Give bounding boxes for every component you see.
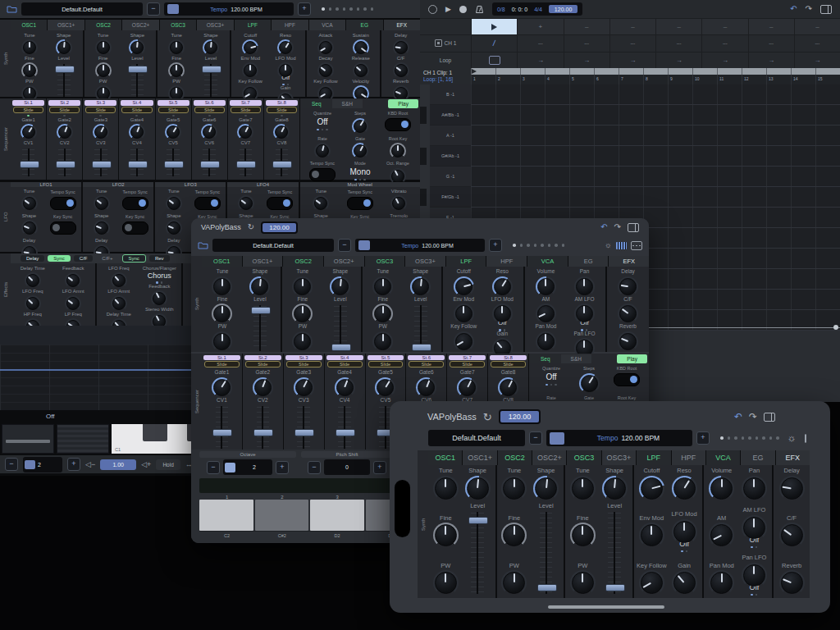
tab-hpf[interactable]: HPF [672,450,705,465]
slider-thumb[interactable] [202,66,221,73]
fx-tab-c-f[interactable]: C/F [74,255,94,262]
knob-control[interactable] [57,124,73,140]
knob-control[interactable] [709,570,734,596]
metronome-icon[interactable] [475,5,484,14]
slide-button[interactable]: Slide [286,361,322,368]
black-key[interactable] [143,424,167,441]
knob-control[interactable] [212,377,232,398]
slider-thumb[interactable] [537,584,557,591]
knob-control[interactable] [410,276,431,297]
tab-osc1[interactable]: OSC1 [202,256,242,267]
knob-control[interactable] [21,39,38,56]
knob-control[interactable] [21,62,38,79]
slide-button[interactable]: Slide [409,361,444,368]
knob-control[interactable] [433,570,459,596]
knob-control[interactable] [212,331,232,352]
tab-eg[interactable]: EG [741,450,774,465]
step-button-8[interactable]: St.8 [490,355,527,360]
quantize-value[interactable]: Off [317,118,327,126]
knob-control[interactable] [457,377,477,398]
knob-control[interactable] [166,195,182,212]
tab-osc3[interactable]: OSC3 [160,20,196,30]
tab-osc2+[interactable]: OSC2+ [324,256,364,267]
knob-control[interactable] [574,276,595,297]
knob-control[interactable] [393,39,409,56]
step-button-6[interactable]: St.6 [194,100,226,106]
slide-button[interactable]: Slide [194,107,225,113]
fx-tab-delay[interactable]: Delay [21,255,44,262]
cv-slider[interactable] [54,147,75,178]
scene-cell-arrow[interactable]: → [564,52,609,68]
transpose-down-icon[interactable]: ◁− [85,460,95,468]
mode-value[interactable]: Mono [349,168,370,176]
tempo-slider-thumb[interactable] [167,4,179,14]
knob-control[interactable] [93,124,109,140]
redo-icon[interactable]: ↷ [614,223,621,231]
knob-control[interactable] [533,476,559,501]
pad-c2[interactable] [199,500,253,531]
pitch-wheel[interactable] [2,424,54,454]
step-button-3[interactable]: St.3 [285,355,322,360]
roll-grid[interactable] [471,105,840,126]
roll-row[interactable]: A#/Bb -1 [420,105,840,126]
scene-cell-dash[interactable]: – [564,19,609,34]
knob-control[interactable] [393,62,409,79]
slide-button[interactable]: Slide [245,361,281,368]
knob-control[interactable] [465,476,491,501]
slide-button[interactable]: Slide [327,361,363,368]
slider-thumb[interactable] [336,429,355,436]
tempo-sync-toggle[interactable] [347,197,373,210]
knob-control[interactable] [330,276,350,297]
octave-display[interactable]: 2 [23,457,62,472]
knob-control[interactable] [21,220,38,236]
step-button-2[interactable]: St.2 [48,100,80,106]
knob-control[interactable] [618,331,638,352]
tempo-slider-thumb[interactable] [550,432,564,445]
tab-efx[interactable]: EFX [776,450,810,465]
knob-control[interactable] [317,62,334,79]
key-sync-toggle[interactable] [50,221,76,235]
knob-control[interactable] [618,276,638,297]
side-handle[interactable] [395,480,410,537]
cv-slider[interactable] [235,147,256,178]
pitch-up-button[interactable]: + [373,461,386,474]
tab-osc3+[interactable]: OSC3+ [602,450,636,465]
fx-tab-rev[interactable]: Rev [149,255,170,262]
level-slider[interactable] [200,62,221,100]
octave-down-button[interactable]: − [207,461,220,474]
step-button-5[interactable]: St.5 [158,100,189,106]
knob-control[interactable] [390,195,407,212]
knob-control[interactable] [501,523,527,548]
knob-control[interactable] [372,304,393,324]
scene-cell-loop[interactable] [472,52,517,68]
level-slider[interactable] [330,304,351,353]
tab-osc3+[interactable]: OSC3+ [405,256,445,267]
knob-control[interactable] [570,570,596,596]
knob-control[interactable] [111,272,127,289]
step-button-2[interactable]: St.2 [244,355,281,360]
hold-button[interactable]: Hold [156,459,180,470]
slider-thumb[interactable] [56,161,75,168]
fx-tab-c-f-[interactable]: C/F+ [96,255,118,262]
home-indicator[interactable] [548,605,664,609]
knob-control[interactable] [779,523,805,548]
slider-thumb[interactable] [331,344,351,351]
knob-control[interactable] [709,523,734,548]
knob-control[interactable] [501,570,527,596]
knob-control[interactable] [742,563,767,588]
knob-control[interactable] [166,220,182,236]
cv-slider[interactable] [90,147,112,178]
knob-control[interactable] [498,377,518,398]
tab-osc3+[interactable]: OSC3+ [197,20,233,30]
tab-lpf[interactable]: LPF [637,450,670,465]
scrollbar-handle[interactable] [833,325,838,330]
step-button-1[interactable]: St.1 [203,355,240,360]
slide-button[interactable]: Slide [491,361,526,368]
roll-grid[interactable] [471,167,840,187]
scene-cell-arrow[interactable]: → [795,52,840,68]
knob-control[interactable] [25,295,41,312]
chorus-flanger-selector[interactable]: Chorus/FlangerChorus [143,266,176,284]
level-slider[interactable] [410,304,431,353]
knob-control[interactable] [151,290,167,307]
knob-control[interactable] [277,62,294,79]
